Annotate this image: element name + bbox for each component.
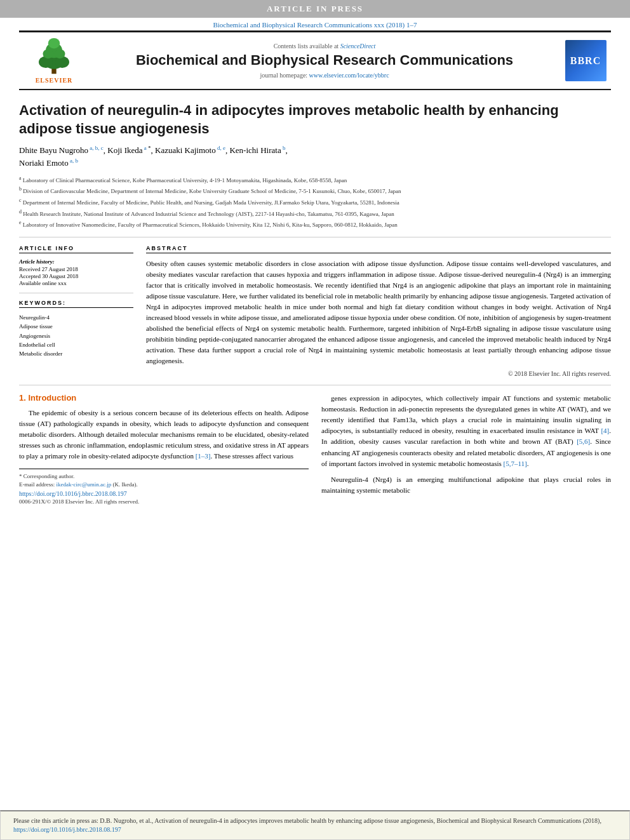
info-abstract-section: ARTICLE INFO Article history: Received 2… [19,245,611,377]
author-4-name: Ken-ichi Hirata [229,146,281,156]
author-5-sup: a, b [69,157,78,164]
authors-line: Dhite Bayu Nugroho a, b, c, Koji Ikeda a… [19,144,611,170]
article-info-col: ARTICLE INFO Article history: Received 2… [19,245,133,377]
affil-4-sup: d [19,209,22,215]
affil-5: e Laboratory of Innovative Nanomedicine,… [19,219,611,229]
author-5-name: Noriaki Emoto [19,158,69,168]
banner-text: ARTICLE IN PRESS [267,4,363,13]
affil-4: d Health Research Institute, National In… [19,208,611,218]
affil-1-sup: a [19,175,22,181]
available-online: Available online xxx [19,280,133,286]
affiliations: a Laboratory of Clinical Pharmaceutical … [19,175,611,237]
journal-name-text: Biochemical and Biophysical Research Com… [213,21,417,29]
intro-left-col: 1. Introduction The epidemic of obesity … [19,393,309,504]
journal-header: ELSEVIER Contents lists available at Sci… [19,32,611,90]
doi-line[interactable]: https://doi.org/10.1016/j.bbrc.2018.08.1… [19,490,309,497]
divider-1 [19,293,133,293]
author-3-sup: d, e [216,145,225,151]
keyword-3: Angiogenesis [19,331,133,340]
keyword-1: Neuregulin-4 [19,313,133,322]
ref-5-7-11[interactable]: [5,7–11] [504,460,527,467]
abstract-text: Obesity often causes systemic metabolic … [146,258,611,366]
bbrc-label: BBRC [570,55,601,67]
homepage-line: journal homepage: www.elsevier.com/locat… [95,72,554,79]
intro-heading-text: Introduction [28,393,76,403]
author-3-name: Kazuaki Kajimoto [155,146,216,156]
intro-heading: 1. Introduction [19,393,309,403]
ref-5-6[interactable]: [5,6] [577,437,590,445]
keywords-list: Neuregulin-4 Adipose tissue Angiogenesis… [19,313,133,359]
email-person: (K. Ikeda). [113,481,138,488]
received-date: Received 27 August 2018 [19,266,133,272]
citation-bar: Please cite this article in press as: D.… [0,810,630,840]
sciencedirect-line: Contents lists available at ScienceDirec… [95,43,554,50]
author-4-sup: b [281,145,286,151]
intro-right-text: genes expression in adipocytes, which co… [321,393,611,495]
bbrc-logo-area: BBRC [560,40,611,81]
author-2-asterisk: * [147,145,151,151]
citation-text: Please cite this article in press as: D.… [13,817,617,834]
corresp-label: * Corresponding author. [19,473,74,479]
introduction-section: 1. Introduction The epidemic of obesity … [19,393,611,504]
intro-left-text: The epidemic of obesity is a serious con… [19,408,309,462]
keywords-header: Keywords: [19,300,133,308]
accepted-date: Accepted 30 August 2018 [19,273,133,279]
section-divider [19,385,611,385]
article-in-press-banner: ARTICLE IN PRESS [0,0,630,18]
homepage-url[interactable]: www.elsevier.com/locate/ybbrc [309,72,389,79]
sciencedirect-text: Contents lists available at [274,43,338,50]
svg-point-6 [55,49,65,58]
journal-title-area: Contents lists available at ScienceDirec… [89,43,560,78]
intro-para-1: The epidemic of obesity is a serious con… [19,408,309,462]
article-history: Article history: Received 27 August 2018… [19,258,133,286]
affil-1: a Laboratory of Clinical Pharmaceutical … [19,175,611,185]
affil-3: c Department of Internal Medicine, Facul… [19,197,611,207]
ref-4[interactable]: [4] [601,427,609,434]
affil-2: b Division of Cardiovascular Medicine, D… [19,185,611,196]
email-label: E-mail address: [19,481,55,488]
issn-text: 0006-291X/© 2018 Elsevier Inc. All right… [19,498,139,505]
ref-1-3[interactable]: [1–3] [196,452,211,460]
article-info-header: ARTICLE INFO [19,245,133,253]
elsevier-tree-icon [29,37,79,76]
abstract-col: ABSTRACT Obesity often causes systemic m… [146,245,611,377]
keywords-section: Keywords: Neuregulin-4 Adipose tissue An… [19,300,133,359]
abstract-header: ABSTRACT [146,245,611,253]
intro-para-3: Neuregulin-4 (Nrg4) is an emerging multi… [321,474,611,496]
author-2-name: Koji Ikeda [107,146,142,156]
email-address[interactable]: ikedak-circ@umin.ac.jp [56,481,111,488]
svg-point-7 [48,38,60,49]
copyright-line: © 2018 Elsevier Inc. All rights reserved… [146,370,611,377]
footnote-area: * Corresponding author. E-mail address: … [19,469,309,505]
author-1-sup: a, b, c [88,145,104,151]
article-title: Activation of neuregulin-4 in adipocytes… [19,102,611,138]
sciencedirect-link[interactable]: ScienceDirect [340,43,376,50]
affil-5-sup: e [19,220,22,225]
doi-text[interactable]: https://doi.org/10.1016/j.bbrc.2018.08.1… [19,490,127,497]
citation-url[interactable]: https://doi.org/10.1016/j.bbrc.2018.08.1… [13,826,121,833]
keyword-4: Endothelial cell [19,340,133,349]
corresponding-author: * Corresponding author. [19,473,309,479]
affil-2-sup: b [19,186,22,192]
intro-para-2: genes expression in adipocytes, which co… [321,393,611,469]
elsevier-label: ELSEVIER [36,77,73,84]
issn-line: 0006-291X/© 2018 Elsevier Inc. All right… [19,498,309,505]
intro-right-col: genes expression in adipocytes, which co… [321,393,611,504]
keyword-2: Adipose tissue [19,322,133,331]
affil-3-sup: c [19,197,22,203]
page-wrapper: ARTICLE IN PRESS Biochemical and Biophys… [0,0,630,840]
keyword-5: Metabolic disorder [19,349,133,358]
journal-name-line: Biochemical and Biophysical Research Com… [0,18,630,30]
history-label: Article history: [19,258,133,265]
author-1-name: Dhite Bayu Nugroho [19,146,88,156]
elsevier-logo-area: ELSEVIER [19,37,89,84]
content-area: Activation of neuregulin-4 in adipocytes… [0,90,630,804]
svg-point-5 [43,49,53,58]
journal-main-title: Biochemical and Biophysical Research Com… [95,52,554,69]
intro-number: 1. [19,393,26,403]
email-line: E-mail address: ikedak-circ@umin.ac.jp (… [19,481,309,488]
bbrc-logo: BBRC [565,40,607,81]
homepage-text: journal homepage: [260,72,307,79]
